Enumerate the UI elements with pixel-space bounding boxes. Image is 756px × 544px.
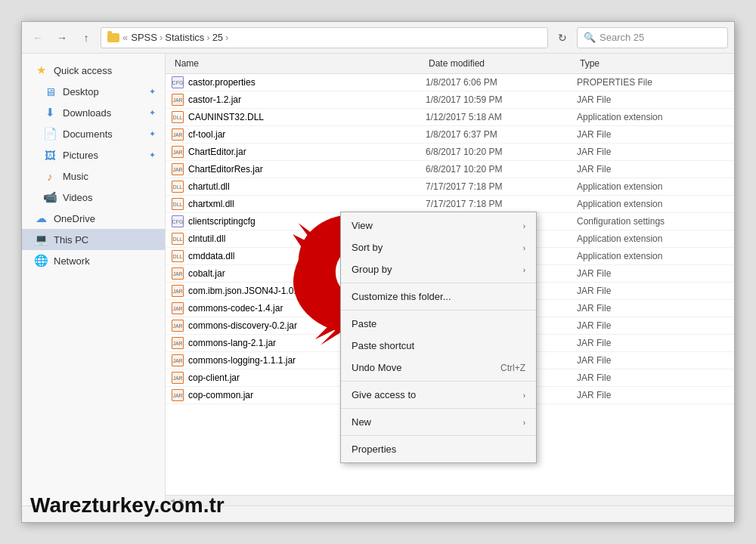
topbar: ← → ↑ « SPSS › Statistics › 25 › ↻ 🔍 Sea… [22, 22, 734, 54]
sidebar-item-videos[interactable]: 📹 Videos [22, 187, 165, 208]
back-button[interactable]: ← [28, 28, 48, 48]
pictures-icon: 🖼 [43, 148, 57, 162]
breadcrumb[interactable]: « SPSS › Statistics › 25 › [101, 27, 548, 48]
ctx-item-label: View [352, 220, 373, 231]
file-type-icon: JAR [172, 163, 184, 175]
file-name-text: chartxml.dll [188, 199, 234, 209]
sidebar-item-onedrive[interactable]: ☁ OneDrive [22, 208, 165, 229]
sidebar-label-videos: Videos [63, 192, 93, 203]
context-menu-item-undo-move[interactable]: Undo Move Ctrl+Z [341, 357, 536, 379]
context-menu-item-give-access[interactable]: Give access to › [341, 384, 536, 406]
file-type-cell: Application extension [577, 199, 728, 209]
file-type-icon: JAR [172, 128, 184, 141]
file-name-text: clientscriptingcfg [188, 216, 256, 227]
up-button[interactable]: ↑ [76, 28, 96, 48]
ctx-item-label: Sort by [352, 242, 383, 253]
submenu-arrow-icon: › [523, 244, 525, 252]
file-name-text: CAUNINST32.DLL [188, 112, 264, 122]
table-row[interactable]: DLL chartutl.dll 7/17/2017 7:18 PM Appli… [166, 178, 734, 196]
col-date[interactable]: Date modified [426, 57, 577, 70]
sidebar-item-downloads[interactable]: ⬇ Downloads ✦ [22, 102, 165, 123]
watermark: Warezturkey.com.tr [30, 493, 225, 518]
file-name-cell: DLL chartxml.dll [172, 198, 426, 210]
context-menu-item-sort-by[interactable]: Sort by › [341, 236, 536, 258]
file-name-cell: DLL chartutl.dll [172, 181, 426, 193]
context-menu-item-paste[interactable]: Paste [341, 313, 536, 335]
file-date-cell: 7/17/2017 7:18 PM [426, 181, 577, 192]
sidebar-item-documents[interactable]: 📄 Documents ✦ [22, 123, 165, 144]
table-row[interactable]: CFG castor.properties 1/8/2017 6:06 PM P… [166, 74, 734, 91]
horizontal-scrollbar[interactable]: ◄ ► [166, 495, 734, 505]
file-type-icon: JAR [172, 267, 184, 280]
context-menu-item-new[interactable]: New › [341, 411, 536, 433]
context-menu-item-properties[interactable]: Properties [341, 438, 536, 460]
context-menu-item-view[interactable]: View › [341, 215, 536, 236]
file-type-icon: JAR [172, 354, 184, 366]
forward-button[interactable]: → [52, 28, 72, 48]
file-type-cell: JAR File [577, 129, 728, 140]
file-date-cell: 1/8/2017 6:37 PM [426, 129, 577, 140]
col-name[interactable]: Name [172, 57, 426, 70]
file-type-cell: Configuration settings [577, 216, 728, 227]
breadcrumb-sep4: › [225, 32, 228, 43]
ctx-item-label: Give access to [352, 389, 416, 400]
submenu-arrow-icon: › [523, 419, 525, 427]
sidebar-item-pictures[interactable]: 🖼 Pictures ✦ [22, 144, 165, 165]
table-row[interactable]: DLL chartxml.dll 7/17/2017 7:18 PM Appli… [166, 196, 734, 213]
pin-icon-pic: ✦ [149, 150, 156, 160]
file-name-text: chartutl.dll [188, 181, 230, 192]
context-menu-item-customize[interactable]: Customize this folder... [341, 286, 536, 308]
table-row[interactable]: DLL CAUNINST32.DLL 1/12/2017 5:18 AM App… [166, 109, 734, 126]
sidebar-item-this-pc[interactable]: 💻 This PC [22, 229, 165, 250]
sidebar-item-network[interactable]: 🌐 Network [22, 250, 165, 271]
file-date-cell: 1/12/2017 5:18 AM [426, 112, 577, 122]
context-menu-item-paste-shortcut[interactable]: Paste shortcut [341, 335, 536, 357]
ctx-item-right: › [523, 220, 525, 231]
table-row[interactable]: JAR ChartEditorRes.jar 6/8/2017 10:20 PM… [166, 161, 734, 178]
sidebar-item-desktop[interactable]: 🖥 Desktop ✦ [22, 81, 165, 102]
sidebar-label-music: Music [63, 171, 88, 182]
context-menu-separator [341, 381, 536, 382]
ctx-item-label: Paste shortcut [352, 340, 414, 351]
column-headers: Name Date modified Type [166, 54, 734, 74]
desktop-icon: 🖥 [43, 85, 57, 98]
file-type-cell: JAR File [577, 390, 728, 400]
ctx-item-right: › [523, 242, 525, 253]
sidebar-item-quick-access[interactable]: ★ Quick access [22, 60, 165, 81]
context-menu-separator [341, 435, 536, 436]
context-menu-item-group-by[interactable]: Group by › [341, 258, 536, 280]
col-type[interactable]: Type [577, 57, 728, 70]
file-name-cell: DLL CAUNINST32.DLL [172, 111, 426, 123]
breadcrumb-statistics: Statistics [165, 32, 204, 43]
refresh-button[interactable]: ↻ [553, 28, 572, 48]
file-name-cell: JAR ChartEditor.jar [172, 146, 426, 158]
file-name-text: castor.properties [188, 77, 256, 88]
search-box[interactable]: 🔍 Search 25 [577, 27, 728, 48]
file-name-cell: JAR ChartEditorRes.jar [172, 163, 426, 175]
file-type-cell: Application extension [577, 181, 728, 192]
file-name-text: commons-discovery-0.2.jar [188, 320, 297, 331]
table-row[interactable]: JAR ChartEditor.jar 6/8/2017 10:20 PM JA… [166, 144, 734, 161]
file-type-cell: Application extension [577, 251, 728, 261]
watermark-text: Warezturkey.com.tr [30, 493, 225, 517]
table-row[interactable]: JAR castor-1.2.jar 1/8/2017 10:59 PM JAR… [166, 91, 734, 109]
file-type-icon: DLL [172, 181, 184, 193]
pin-icon: ✦ [149, 87, 156, 97]
sidebar-label-desktop: Desktop [63, 86, 99, 97]
sidebar-item-music[interactable]: ♪ Music [22, 165, 165, 187]
network-icon: 🌐 [34, 254, 48, 267]
file-name-text: cop-client.jar [188, 372, 240, 383]
onedrive-icon: ☁ [34, 212, 48, 225]
file-type-icon: JAR [172, 372, 184, 384]
table-row[interactable]: JAR cf-tool.jar 1/8/2017 6:37 PM JAR Fil… [166, 126, 734, 144]
ctx-item-right: › [523, 264, 525, 275]
sidebar-label-pictures: Pictures [63, 150, 98, 161]
submenu-arrow-icon: › [523, 222, 525, 230]
sidebar-label-this-pc: This PC [54, 234, 88, 246]
sidebar: ★ Quick access 🖥 Desktop ✦ ⬇ Downloads ✦… [22, 54, 166, 505]
file-name-text: cop-common.jar [188, 390, 253, 400]
file-type-icon: DLL [172, 250, 184, 262]
ctx-item-label: New [352, 416, 371, 428]
file-type-cell: JAR File [577, 372, 728, 383]
breadcrumb-sep2: › [160, 32, 163, 43]
